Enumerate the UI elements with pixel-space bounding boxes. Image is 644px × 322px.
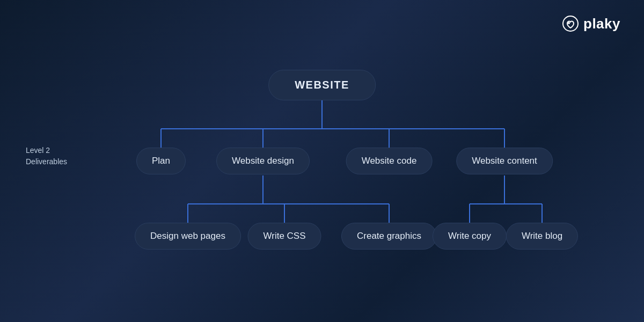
root-node-label: WEBSITE [268, 70, 376, 100]
logo-text: plaky [583, 16, 620, 32]
svg-point-1 [568, 22, 570, 24]
node-write-css: Write CSS [247, 223, 321, 250]
node-website-code: Website code [346, 148, 433, 174]
node-write-blog: Write blog [506, 223, 578, 250]
node-create-graphics: Create graphics [341, 223, 437, 250]
node-write-css-label: Write CSS [247, 223, 321, 250]
node-design-web-pages-label: Design web pages [135, 223, 241, 250]
node-website-design-label: Website design [216, 148, 310, 174]
root-node: WEBSITE [268, 70, 376, 100]
node-create-graphics-label: Create graphics [341, 223, 437, 250]
node-website-code-label: Website code [346, 148, 433, 174]
logo: plaky [562, 15, 620, 32]
node-website-content: Website content [456, 148, 553, 174]
node-website-content-label: Website content [456, 148, 553, 174]
node-write-copy-label: Write copy [433, 223, 507, 250]
plaky-logo-icon [562, 15, 579, 32]
svg-point-0 [563, 16, 578, 31]
node-write-copy: Write copy [433, 223, 507, 250]
node-website-design: Website design [216, 148, 310, 174]
node-plan: Plan [136, 148, 186, 174]
node-design-web-pages: Design web pages [135, 223, 241, 250]
node-write-blog-label: Write blog [506, 223, 578, 250]
node-plan-label: Plan [136, 148, 186, 174]
